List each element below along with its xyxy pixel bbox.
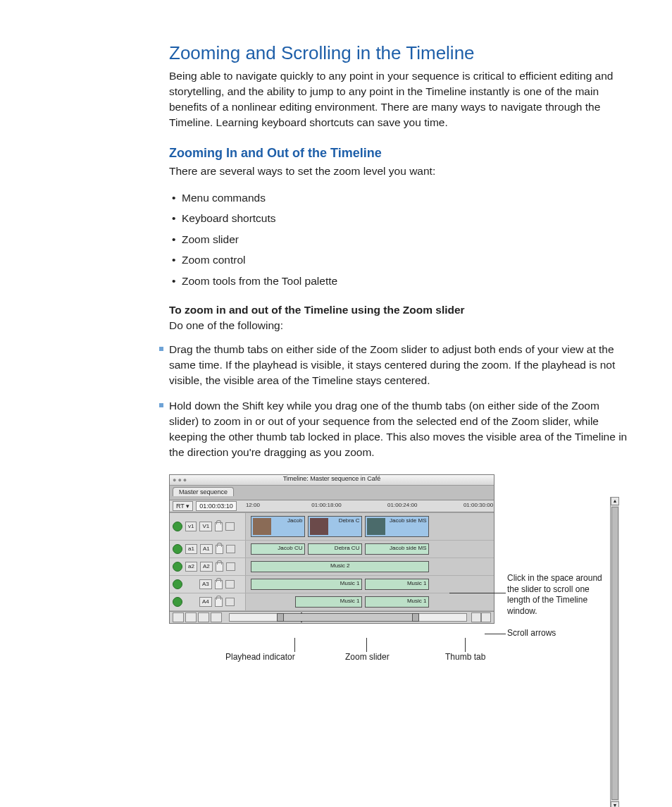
track-header[interactable]: a1 A1 — [170, 541, 246, 557]
toggle-button[interactable] — [185, 612, 197, 622]
current-timecode[interactable]: 01:00:03:10 — [196, 501, 237, 511]
lock-icon[interactable] — [216, 562, 223, 572]
zoom-scroll-bar[interactable] — [229, 613, 467, 622]
lock-icon[interactable] — [216, 545, 223, 554]
list-item: Menu commands — [182, 187, 630, 208]
tab-row: Master sequence — [170, 486, 494, 500]
auto-select-icon[interactable] — [226, 562, 235, 571]
thumb-tab-right[interactable] — [412, 613, 419, 622]
thumb-tab-left[interactable] — [277, 613, 284, 622]
leader-line — [449, 593, 506, 593]
callout-text: Playhead indicator — [225, 652, 295, 662]
rt-menu-button[interactable]: RT ▾ — [173, 501, 193, 511]
ruler-mark: 01:00:30:00 — [463, 502, 493, 508]
ruler-mark: 01:00:24:00 — [387, 502, 417, 508]
track-body[interactable]: Music 1 Music 1 — [246, 576, 494, 593]
tracks-area: v1 V1 Jacob Debra C — [170, 512, 494, 611]
audible-toggle-icon[interactable] — [173, 562, 182, 572]
track-header[interactable]: A4 — [170, 593, 246, 610]
track-body[interactable]: Jacob Debra C Jacob side MS — [246, 513, 494, 540]
track-dest-label[interactable]: A4 — [199, 597, 212, 607]
track-header[interactable]: v1 V1 — [170, 513, 246, 540]
audio-clip[interactable]: Jacob CU — [251, 543, 305, 555]
timeline-figure: ●●● Timeline: Master sequence in Café Ma… — [169, 474, 620, 807]
lock-icon[interactable] — [215, 522, 223, 531]
auto-select-icon[interactable] — [225, 580, 235, 589]
clip-thumbnail-icon — [253, 518, 271, 535]
clip-label: Music 1 — [340, 580, 360, 586]
audio-clip[interactable]: Debra CU — [308, 543, 362, 555]
timeline-window: ●●● Timeline: Master sequence in Café Ma… — [169, 474, 494, 624]
list-item: Zoom tools from the Tool palette — [182, 271, 630, 291]
scroll-left-arrow-icon[interactable] — [471, 612, 481, 622]
track-header[interactable]: A3 — [170, 576, 246, 593]
track-header[interactable]: a2 A2 — [170, 558, 246, 575]
track-a2: a2 A2 Music 2 — [170, 558, 494, 576]
traffic-lights-icon: ●●● — [173, 476, 188, 483]
auto-select-icon[interactable] — [226, 545, 235, 553]
leader-line — [294, 638, 295, 652]
ruler-ticks[interactable]: 12:00 01:00:18:00 01:00:24:00 01:00:30:0… — [241, 500, 494, 512]
timeline-bottom-bar — [170, 611, 494, 623]
lock-icon[interactable] — [215, 580, 223, 589]
audio-clip[interactable]: Music 1 — [295, 596, 362, 608]
audio-clip[interactable]: Music 1 — [365, 596, 430, 608]
track-a3: A3 Music 1 Music 1 — [170, 576, 494, 593]
clip-label: Music 1 — [407, 580, 427, 586]
clip-label: Jacob side MS — [390, 517, 426, 524]
track-dest-label[interactable]: V1 — [199, 522, 212, 531]
callout-text: Click in the space around the slider to … — [507, 573, 613, 617]
toggle-button[interactable] — [211, 612, 222, 622]
clip-label: Jacob side MS — [390, 545, 426, 551]
page-heading: Zooming and Scrolling in the Timeline — [169, 42, 630, 64]
list-item: Zoom control — [182, 250, 630, 270]
track-source-label[interactable]: a2 — [185, 562, 197, 572]
audible-toggle-icon[interactable] — [173, 597, 182, 607]
audio-clip[interactable]: Music 2 — [251, 561, 429, 572]
video-clip[interactable]: Jacob side MS — [365, 516, 430, 537]
track-body[interactable]: Music 1 Music 1 — [246, 593, 494, 610]
scroll-up-arrow-icon[interactable]: ▲ — [611, 497, 619, 505]
sequence-tab[interactable]: Master sequence — [173, 487, 234, 496]
toggle-button[interactable] — [173, 612, 184, 622]
track-body[interactable]: Music 2 — [246, 558, 494, 575]
step-lead: Do one of the following: — [169, 318, 630, 333]
leader-line — [485, 634, 506, 634]
list-item: Hold down the Shift key while you drag o… — [169, 398, 630, 460]
auto-select-icon[interactable] — [225, 522, 235, 531]
clip-label: Jacob CU — [278, 545, 302, 551]
callout-text: Scroll arrows — [507, 628, 613, 639]
track-source-label[interactable]: a1 — [185, 544, 197, 554]
toggle-button[interactable] — [198, 612, 209, 622]
audio-clip[interactable]: Music 1 — [365, 579, 430, 590]
clip-thumbnail-icon — [310, 518, 328, 535]
list-item: Zoom slider — [182, 229, 630, 250]
step-heading: To zoom in and out of the Timeline using… — [169, 302, 630, 318]
visibility-toggle-icon[interactable] — [173, 522, 182, 531]
track-a4: A4 Music 1 Music 1 — [170, 593, 494, 611]
audible-toggle-icon[interactable] — [173, 544, 182, 554]
audible-toggle-icon[interactable] — [173, 579, 182, 589]
track-dest-label[interactable]: A1 — [200, 544, 213, 554]
audio-clip[interactable]: Jacob side MS — [365, 543, 430, 555]
video-clip[interactable]: Jacob — [251, 516, 305, 537]
section-heading: Zooming In and Out of the Timeline — [169, 146, 630, 161]
lock-icon[interactable] — [215, 598, 223, 607]
track-dest-label[interactable]: A2 — [200, 562, 213, 572]
vertical-scrollbar[interactable]: ▲ ▼ — [610, 497, 619, 807]
steps-list: Drag the thumb tabs on either side of th… — [169, 342, 630, 460]
scroll-right-arrow-icon[interactable] — [481, 612, 491, 622]
track-dest-label[interactable]: A3 — [199, 579, 212, 589]
auto-select-icon[interactable] — [225, 598, 235, 606]
clip-label: Debra C — [339, 517, 360, 524]
track-source-label[interactable]: v1 — [185, 522, 197, 531]
clip-label: Jacob — [287, 517, 302, 524]
scroll-thumb[interactable] — [611, 507, 618, 800]
track-body[interactable]: Jacob CU Debra CU Jacob side MS — [246, 541, 494, 557]
video-clip[interactable]: Debra C — [308, 516, 362, 537]
zoom-slider[interactable] — [277, 613, 419, 622]
leader-line — [465, 638, 466, 652]
window-title: Timeline: Master sequence in Café — [283, 475, 381, 482]
scroll-down-arrow-icon[interactable]: ▼ — [611, 801, 619, 807]
audio-clip[interactable]: Music 1 — [251, 579, 362, 590]
